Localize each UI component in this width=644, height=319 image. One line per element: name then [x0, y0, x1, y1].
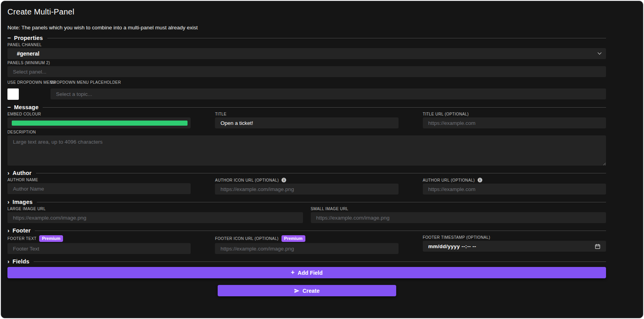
- footer-timestamp-label: FOOTER TIMESTAMP (OPTIONAL): [423, 235, 606, 240]
- section-rule: [36, 173, 606, 173]
- create-button[interactable]: Create: [218, 285, 396, 296]
- chevron-right-icon: ›: [7, 199, 9, 205]
- author-icon-url-label: AUTHOR ICON URL (OPTIONAL): [215, 178, 279, 182]
- section-label-author: Author: [13, 170, 32, 176]
- panel-channel-select-wrap: #general: [7, 48, 606, 59]
- note-text: Note: The panels which you wish to combi…: [7, 25, 606, 31]
- chevron-right-icon: ›: [7, 228, 9, 233]
- title-field: TITLE: [215, 110, 398, 128]
- create-multi-panel-card: Create Multi-Panel Note: The panels whic…: [1, 1, 643, 318]
- author-icon-url-field: AUTHOR ICON URL (OPTIONAL) i: [215, 176, 398, 195]
- dropdown-menu-placeholder-input[interactable]: [51, 88, 606, 99]
- create-button-label: Create: [303, 288, 320, 294]
- footer-timestamp-input[interactable]: mm/dd/yyyy --:-- --: [423, 241, 606, 252]
- footer-icon-url-label: FOOTER ICON URL (OPTIONAL): [215, 236, 278, 241]
- embed-colour-label: EMBED COLOUR: [7, 112, 191, 116]
- section-header-author[interactable]: › Author: [7, 170, 606, 176]
- footer-text-field: FOOTER TEXT Premium: [7, 234, 191, 254]
- section-label-fields: Fields: [13, 258, 29, 265]
- section-header-properties[interactable]: − Properties: [7, 35, 606, 41]
- section-label-footer: Footer: [13, 227, 31, 234]
- datetime-value: mm/dd/yyyy --:-- --: [428, 243, 476, 249]
- dropdown-menu-row: USE DROPDOWN MENU DROPDOWN MENU PLACEHOL…: [7, 79, 606, 100]
- section-header-message[interactable]: − Message: [7, 104, 606, 110]
- small-image-url-input[interactable]: [311, 212, 606, 223]
- info-icon[interactable]: i: [281, 178, 286, 182]
- small-image-url-label: SMALL IMAGE URL: [311, 207, 606, 211]
- author-row: AUTHOR NAME AUTHOR ICON URL (OPTIONAL) i…: [7, 176, 606, 195]
- section-rule: [34, 261, 606, 262]
- section-label-images: Images: [13, 199, 32, 205]
- panel-channel-label: PANEL CHANNEL: [7, 43, 606, 47]
- footer-text-label: FOOTER TEXT: [7, 236, 36, 241]
- title-url-input[interactable]: [423, 117, 606, 128]
- page-title: Create Multi-Panel: [7, 7, 606, 16]
- calendar-icon[interactable]: [595, 243, 601, 249]
- form-content: Create Multi-Panel Note: The panels whic…: [7, 1, 606, 296]
- author-name-label: AUTHOR NAME: [7, 178, 191, 182]
- dropdown-menu-placeholder-label: DROPDOWN MENU PLACEHOLDER: [51, 80, 606, 85]
- author-name-input[interactable]: [7, 183, 191, 194]
- footer-row: FOOTER TEXT Premium FOOTER ICON URL (OPT…: [7, 234, 606, 254]
- chevron-right-icon: ›: [7, 259, 9, 264]
- collapse-minus-icon: −: [7, 35, 11, 41]
- footer-text-input[interactable]: [7, 243, 191, 254]
- use-dropdown-menu-label: USE DROPDOWN MENU: [7, 80, 51, 85]
- description-textarea[interactable]: [7, 135, 606, 166]
- embed-colour-input[interactable]: [7, 117, 191, 128]
- chevron-right-icon: ›: [7, 170, 9, 176]
- section-header-images[interactable]: › Images: [7, 199, 606, 205]
- section-rule: [35, 231, 606, 231]
- author-name-field: AUTHOR NAME: [7, 176, 191, 195]
- embed-colour-field: EMBED COLOUR: [7, 110, 191, 128]
- small-image-url-field: SMALL IMAGE URL: [311, 205, 606, 223]
- collapse-minus-icon: −: [7, 105, 11, 110]
- add-field-button-label: Add Field: [298, 270, 323, 276]
- section-header-footer[interactable]: › Footer: [7, 227, 606, 234]
- author-url-input[interactable]: [423, 184, 606, 195]
- footer-icon-url-field: FOOTER ICON URL (OPTIONAL) Premium: [215, 234, 398, 254]
- title-input[interactable]: [215, 117, 398, 128]
- section-rule: [43, 107, 606, 108]
- plus-icon: +: [291, 269, 294, 276]
- send-icon: [294, 288, 299, 294]
- section-header-fields[interactable]: › Fields: [7, 258, 606, 265]
- section-rule: [37, 202, 606, 202]
- premium-badge: Premium: [281, 235, 305, 242]
- large-image-url-field: LARGE IMAGE URL: [7, 205, 303, 223]
- large-image-url-label: LARGE IMAGE URL: [7, 207, 303, 211]
- use-dropdown-menu-checkbox[interactable]: [7, 88, 19, 100]
- section-label-message: Message: [14, 104, 39, 110]
- add-field-button[interactable]: + Add Field: [7, 267, 606, 278]
- title-label: TITLE: [215, 112, 398, 116]
- panel-channel-select[interactable]: #general: [7, 48, 606, 59]
- author-icon-url-input[interactable]: [215, 184, 398, 195]
- section-rule: [47, 38, 606, 38]
- footer-timestamp-field: FOOTER TIMESTAMP (OPTIONAL) mm/dd/yyyy -…: [423, 234, 606, 254]
- description-label: DESCRIPTION: [7, 130, 606, 134]
- images-row: LARGE IMAGE URL SMALL IMAGE URL: [7, 205, 606, 223]
- panels-input[interactable]: [7, 66, 606, 77]
- title-url-label: TITLE URL (OPTIONAL): [423, 112, 606, 116]
- premium-badge: Premium: [39, 235, 63, 242]
- author-url-label: AUTHOR URL (OPTIONAL): [423, 178, 475, 182]
- message-row: EMBED COLOUR TITLE TITLE URL (OPTIONAL): [7, 110, 606, 128]
- large-image-url-input[interactable]: [7, 212, 303, 223]
- title-url-field: TITLE URL (OPTIONAL): [423, 110, 606, 128]
- panels-label: PANELS (MINIMUM 2): [7, 61, 606, 65]
- section-label-properties: Properties: [14, 35, 43, 41]
- create-row: Create: [7, 285, 606, 296]
- info-icon[interactable]: i: [478, 178, 482, 182]
- embed-colour-swatch: [12, 121, 188, 126]
- author-url-field: AUTHOR URL (OPTIONAL) i: [423, 176, 606, 195]
- footer-icon-url-input[interactable]: [215, 243, 398, 254]
